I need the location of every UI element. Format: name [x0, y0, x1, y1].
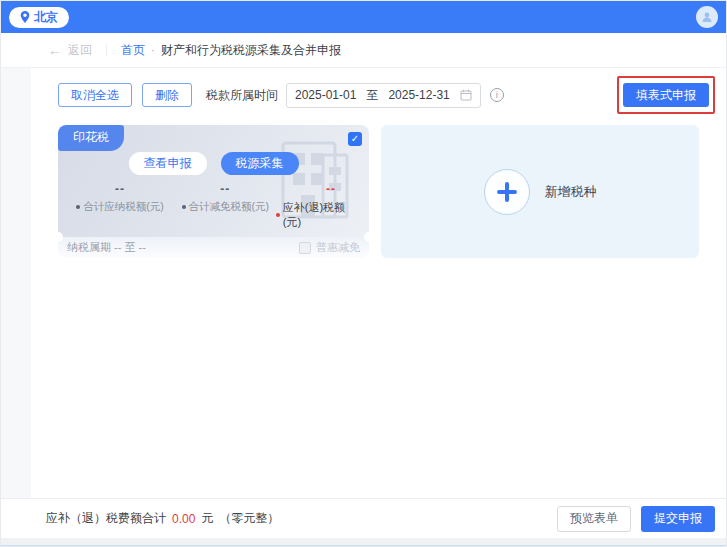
- back-arrow-icon[interactable]: ←: [48, 42, 62, 58]
- location-pin-icon: [20, 11, 30, 23]
- delete-button[interactable]: 删除: [142, 83, 192, 107]
- app-window: 北京 ← 返回 首页 · 财产和行为税税源采集及合并申报 取消全选 删除 税款所…: [0, 0, 727, 547]
- date-to-label: 至: [366, 87, 378, 104]
- tax-card-actions: 查看申报 税源采集: [58, 125, 369, 175]
- ticket-notch-right: [364, 232, 374, 242]
- user-icon: [700, 10, 714, 24]
- red-highlight-annotation: 填表式申报: [617, 76, 715, 114]
- preview-form-button[interactable]: 预览表单: [557, 506, 631, 532]
- date-range-picker[interactable]: 2025-01-01 至 2025-12-31: [286, 83, 481, 108]
- breadcrumb-home-link[interactable]: 首页: [121, 42, 145, 59]
- stat-refund-due: -- 应补(退)税额(元): [276, 182, 362, 230]
- bullet-dot-icon: [276, 213, 280, 217]
- total-amount-words: （零元整）: [219, 510, 279, 527]
- toolbar: 取消全选 删除 税款所属时间 2025-01-01 至 2025-12-31 i: [58, 76, 715, 114]
- stat-value: --: [220, 182, 230, 196]
- plus-icon: [497, 182, 517, 202]
- ticket-notch-left: [53, 232, 63, 242]
- breadcrumb-divider: [106, 44, 107, 56]
- tax-period-text: 纳税属期 -- 至 --: [67, 240, 146, 255]
- footer-bar: 应补（退）税费额合计 0.00 元 （零元整） 预览表单 提交申报: [1, 498, 726, 538]
- add-tax-type-button[interactable]: 新增税种: [381, 125, 699, 258]
- cancel-select-all-button[interactable]: 取消全选: [58, 83, 132, 107]
- calendar-icon: [460, 89, 472, 101]
- add-tax-type-label: 新增税种: [545, 183, 597, 201]
- total-unit: 元: [201, 510, 213, 527]
- plus-circle: [484, 169, 530, 215]
- relief-option: 普惠减免: [299, 240, 360, 255]
- submit-declaration-button[interactable]: 提交申报: [641, 506, 715, 532]
- info-icon[interactable]: i: [490, 88, 504, 102]
- tax-cards-row: 印花税 ✓ 查看申报 税源采集 -- 合计应纳税额(元): [58, 125, 715, 258]
- total-amount: 0.00: [172, 512, 195, 526]
- tax-card-stats: -- 合计应纳税额(元) -- 合计减免税额(元) -- 应补(退)税额(元): [58, 182, 369, 230]
- stat-label: 合计应纳税额(元): [76, 200, 164, 214]
- page-title: 财产和行为税税源采集及合并申报: [161, 42, 341, 59]
- topbar: 北京: [1, 1, 726, 33]
- bottom-edge-strip: [1, 538, 726, 547]
- breadcrumb: ← 返回 首页 · 财产和行为税税源采集及合并申报: [1, 33, 726, 67]
- location-label: 北京: [34, 9, 58, 26]
- tax-card-footer: 纳税属期 -- 至 -- 普惠减免: [58, 237, 369, 258]
- bullet-dot-icon: [76, 205, 80, 209]
- relief-checkbox[interactable]: [299, 242, 311, 254]
- stat-value: --: [326, 182, 362, 196]
- breadcrumb-separator: ·: [151, 43, 155, 57]
- stat-total-payable: -- 合计应纳税额(元): [65, 182, 175, 230]
- tax-card-body: 印花税 ✓ 查看申报 税源采集 -- 合计应纳税额(元): [58, 125, 369, 237]
- relief-label: 普惠减免: [316, 240, 360, 255]
- user-avatar[interactable]: [696, 6, 718, 28]
- footer-total: 应补（退）税费额合计 0.00 元 （零元整）: [46, 510, 279, 527]
- stat-label: 合计减免税额(元): [182, 200, 270, 214]
- tax-card-stamp-tax: 印花税 ✓ 查看申报 税源采集 -- 合计应纳税额(元): [58, 125, 369, 258]
- stat-value: --: [115, 182, 125, 196]
- location-selector[interactable]: 北京: [9, 7, 69, 28]
- bullet-dot-icon: [182, 205, 186, 209]
- view-declaration-button[interactable]: 查看申报: [129, 152, 207, 175]
- date-range-label: 税款所属时间: [206, 87, 278, 104]
- stat-label: 应补(退)税额(元): [276, 200, 362, 230]
- date-start-value[interactable]: 2025-01-01: [295, 88, 356, 102]
- date-end-value[interactable]: 2025-12-31: [388, 88, 449, 102]
- total-label: 应补（退）税费额合计: [46, 510, 166, 527]
- tax-source-collect-button[interactable]: 税源采集: [221, 152, 299, 175]
- form-declare-button[interactable]: 填表式申报: [623, 83, 709, 107]
- stat-total-relief: -- 合计减免税额(元): [175, 182, 276, 230]
- main-content: 取消全选 删除 税款所属时间 2025-01-01 至 2025-12-31 i: [1, 67, 726, 498]
- back-link[interactable]: 返回: [68, 42, 92, 59]
